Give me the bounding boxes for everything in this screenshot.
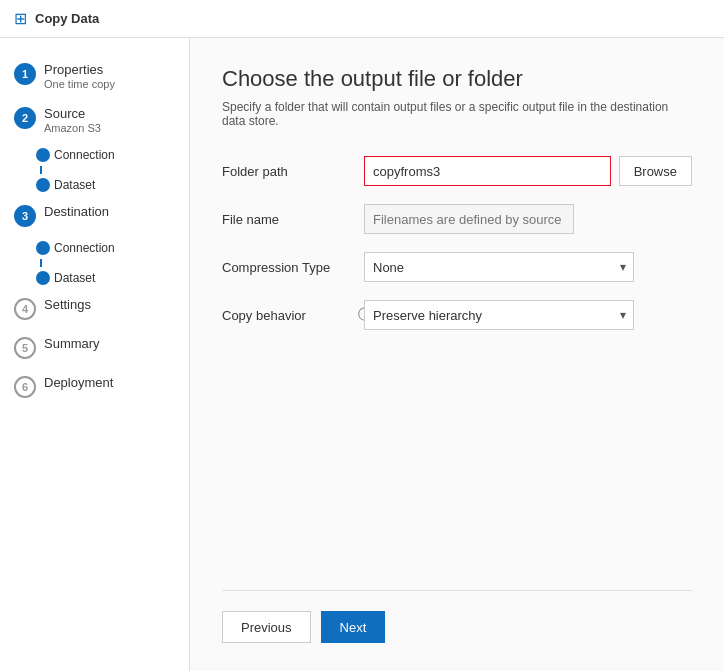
sidebar-item-settings[interactable]: 4 Settings (0, 289, 189, 328)
destination-dataset-item[interactable]: Dataset (36, 267, 189, 289)
destination-connector-line (40, 259, 42, 267)
sidebar-label-properties: Properties (44, 62, 115, 77)
compression-type-select-wrapper: None GZip Deflate BZip2 ZipDeflate TarGZ… (364, 252, 634, 282)
copy-behavior-row: Copy behavior ⓘ Preserve hierarchy Flatt… (222, 300, 692, 330)
step-num-source: 2 (14, 107, 36, 129)
page-subtitle: Specify a folder that will contain outpu… (222, 100, 692, 128)
sidebar-item-properties[interactable]: 1 Properties One time copy (0, 54, 189, 98)
destination-connection-label: Connection (54, 241, 115, 255)
copy-behavior-control: Preserve hierarchy Flatten hierarchy Mer… (364, 300, 692, 330)
sidebar-item-deployment[interactable]: 6 Deployment (0, 367, 189, 406)
sidebar-item-destination[interactable]: 3 Destination (0, 196, 189, 235)
folder-path-input[interactable] (364, 156, 611, 186)
compression-type-control: None GZip Deflate BZip2 ZipDeflate TarGZ… (364, 252, 692, 282)
folder-path-control: Browse (364, 156, 692, 186)
copy-data-icon: ⊞ (14, 9, 27, 28)
main-content: Choose the output file or folder Specify… (190, 38, 724, 671)
compression-type-row: Compression Type None GZip Deflate BZip2… (222, 252, 692, 282)
page-title: Choose the output file or folder (222, 66, 692, 92)
copy-behavior-select-wrapper: Preserve hierarchy Flatten hierarchy Mer… (364, 300, 634, 330)
copy-behavior-label-group: Copy behavior ⓘ (222, 306, 352, 324)
copy-behavior-label: Copy behavior (222, 308, 352, 323)
sidebar-label-source: Source (44, 106, 101, 121)
folder-path-row: Folder path Browse (222, 156, 692, 186)
form-section: Folder path Browse File name Compression… (222, 156, 692, 590)
file-name-input (364, 204, 574, 234)
app-title: Copy Data (35, 11, 99, 26)
top-bar: ⊞ Copy Data (0, 0, 724, 38)
folder-path-label: Folder path (222, 164, 352, 179)
compression-type-label: Compression Type (222, 260, 352, 275)
destination-dataset-label: Dataset (54, 271, 95, 285)
sidebar-sub-properties: One time copy (44, 78, 115, 90)
sidebar-label-settings: Settings (44, 297, 91, 312)
source-connector-line (40, 166, 42, 174)
source-connection-item[interactable]: Connection (36, 144, 189, 166)
file-name-label: File name (222, 212, 352, 227)
sidebar-item-source[interactable]: 2 Source Amazon S3 (0, 98, 189, 142)
sidebar-item-summary[interactable]: 5 Summary (0, 328, 189, 367)
file-name-control (364, 204, 692, 234)
previous-button[interactable]: Previous (222, 611, 311, 643)
browse-button[interactable]: Browse (619, 156, 692, 186)
file-name-row: File name (222, 204, 692, 234)
next-button[interactable]: Next (321, 611, 386, 643)
step-num-properties: 1 (14, 63, 36, 85)
destination-subitems: Connection Dataset (36, 237, 189, 289)
destination-connection-item[interactable]: Connection (36, 237, 189, 259)
copy-behavior-select[interactable]: Preserve hierarchy Flatten hierarchy Mer… (364, 300, 634, 330)
step-num-settings: 4 (14, 298, 36, 320)
sidebar-label-deployment: Deployment (44, 375, 113, 390)
sidebar-sub-source: Amazon S3 (44, 122, 101, 134)
bottom-bar: Previous Next (222, 590, 692, 643)
source-dataset-label: Dataset (54, 178, 95, 192)
sidebar: 1 Properties One time copy 2 Source Amaz… (0, 38, 190, 671)
step-num-deployment: 6 (14, 376, 36, 398)
source-subitems: Connection Dataset (36, 144, 189, 196)
compression-type-select[interactable]: None GZip Deflate BZip2 ZipDeflate TarGZ… (364, 252, 634, 282)
step-num-summary: 5 (14, 337, 36, 359)
source-connection-label: Connection (54, 148, 115, 162)
sidebar-label-destination: Destination (44, 204, 109, 219)
sidebar-label-summary: Summary (44, 336, 100, 351)
step-num-destination: 3 (14, 205, 36, 227)
layout: 1 Properties One time copy 2 Source Amaz… (0, 38, 724, 671)
source-dataset-item[interactable]: Dataset (36, 174, 189, 196)
